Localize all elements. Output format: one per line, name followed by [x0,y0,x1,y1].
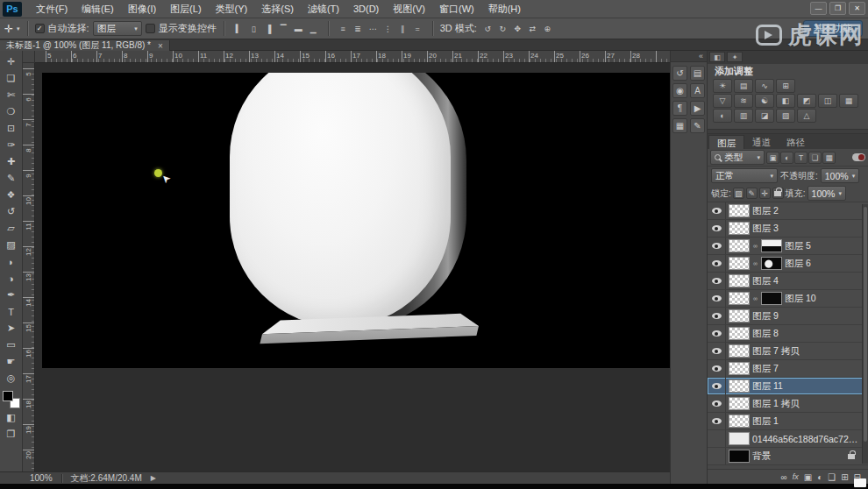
type-tool[interactable]: T [1,303,22,320]
photo-filter-icon[interactable]: ◩ [797,94,816,108]
zoom-level-field[interactable]: 100% [30,473,53,483]
filter-shape-layers-icon[interactable]: ❏ [808,152,822,164]
hand-tool[interactable]: ☛ [1,353,22,370]
tab-layers[interactable]: 图层 [708,135,744,149]
color-balance-icon[interactable]: ☯ [755,94,774,108]
channel-mixer-icon[interactable]: ◫ [818,94,837,108]
layer-row[interactable]: 图层 3 [708,220,868,237]
layer-row[interactable]: 图层 2 [708,202,868,220]
styles-panel-tab-icon[interactable]: ✦ [727,52,743,62]
menu-item[interactable]: 窗口(W) [432,0,481,18]
3d-rotate-icon[interactable]: ↺ [481,22,494,35]
levels-icon[interactable]: ▤ [734,79,753,93]
invert-icon[interactable]: ◐ [713,109,732,123]
link-layers-icon[interactable]: ∞ [781,472,787,482]
lasso-tool[interactable]: ✄ [1,87,22,103]
visibility-toggle[interactable] [708,290,726,307]
filter-toggle-switch[interactable] [852,153,865,161]
new-group-icon[interactable]: ❑ [828,472,836,482]
properties-panel-icon[interactable]: ▤ [690,66,705,81]
layer-row[interactable]: 图层 7 拷贝 [708,343,868,360]
align-left-edges-icon[interactable]: ▍ [232,22,245,35]
align-horizontal-centers-icon[interactable]: ▯ [247,22,260,35]
menu-item[interactable]: 帮助(H) [481,0,528,18]
filter-smart-objects-icon[interactable]: ▦ [822,152,836,164]
visibility-toggle[interactable] [708,395,726,412]
align-top-edges-icon[interactable]: ▔ [277,22,290,35]
auto-select-checkbox[interactable]: ✓ [35,24,45,33]
distribute-bottom-icon[interactable]: ⋯ [366,22,380,35]
layer-row[interactable]: ∞图层 5 [708,237,868,255]
layer-row[interactable]: 图层 1 拷贝 [708,395,868,413]
current-tool-icon[interactable]: ✛ [4,23,13,35]
exposure-icon[interactable]: ⊞ [776,79,795,93]
timeline-panel-icon[interactable]: ▦ [672,118,687,133]
curves-icon[interactable]: ∿ [755,79,774,93]
blur-tool[interactable]: ◗ [1,253,22,270]
menu-item[interactable]: 编辑(E) [75,0,121,18]
lock-pixels-icon[interactable]: ✎ [746,188,758,199]
menu-item[interactable]: 滤镜(T) [301,0,346,18]
opacity-dropdown[interactable]: 100%▾ [821,168,859,183]
menu-item[interactable]: 图像(I) [121,0,163,18]
scrollbar-thumb[interactable] [864,207,867,442]
actions-panel-icon[interactable]: ▶ [690,101,705,116]
layer-row[interactable]: 图层 8 [708,325,868,343]
menu-item[interactable]: 视图(V) [386,0,432,18]
hue-saturation-icon[interactable]: ≋ [734,94,753,108]
posterize-icon[interactable]: ▥ [734,109,753,123]
visibility-toggle[interactable] [708,202,726,219]
layer-row[interactable]: ∞图层 10 [708,290,868,308]
lock-all-icon[interactable] [772,188,784,199]
tab-close-icon[interactable]: × [158,41,163,51]
tab-channels[interactable]: 通道 [744,135,779,149]
visibility-toggle[interactable] [708,430,726,447]
menu-item[interactable]: 选择(S) [254,0,301,18]
new-adjustment-layer-icon[interactable]: ◐ [817,472,822,482]
document-canvas[interactable]: ➤ [42,73,670,368]
visibility-toggle[interactable] [708,308,726,324]
restore-button[interactable]: ❐ [829,2,846,15]
visibility-toggle[interactable] [708,343,726,359]
expand-panels-icon[interactable]: « [671,51,707,62]
document-tab[interactable]: 未标题-1 @ 100% (图层 11, RGB/8) * × [0,40,170,52]
menu-item[interactable]: 文件(F) [29,0,75,18]
layers-scrollbar[interactable] [862,204,868,464]
visibility-toggle[interactable] [708,360,726,377]
blend-mode-dropdown[interactable]: 正常▾ [711,168,778,183]
adjustments-panel-tab-icon[interactable]: ◧ [709,52,725,62]
horizontal-ruler[interactable]: 5678910111213141516171819202122232425262… [35,51,670,63]
canvas-area[interactable]: ➤ [35,63,670,471]
visibility-toggle[interactable] [708,413,726,429]
3d-scale-icon[interactable]: ⊕ [541,22,554,35]
distribute-horizontal-centers-icon[interactable]: ∥ [396,22,409,35]
crop-tool[interactable]: ⊡ [1,120,22,137]
layer-style-icon[interactable]: fx [793,472,799,481]
brightness-contrast-icon[interactable]: ☀ [713,79,732,93]
visibility-toggle[interactable] [708,378,726,394]
layer-row[interactable]: ∞图层 6 [708,255,868,273]
add-layer-mask-icon[interactable]: ▣ [804,472,812,482]
shape-tool[interactable]: ▭ [1,337,22,353]
gradient-tool[interactable]: ▨ [1,237,22,253]
vertical-ruler[interactable]: 567891011121314151617181920 [23,63,35,471]
threshold-icon[interactable]: ◪ [755,109,774,123]
3d-roll-icon[interactable]: ↻ [496,22,509,35]
fill-dropdown[interactable]: 100%▾ [808,186,846,201]
visibility-toggle[interactable] [708,255,726,272]
clone-stamp-tool[interactable]: ❖ [1,187,22,203]
brushes-panel-icon[interactable]: ✎ [690,118,705,133]
align-right-edges-icon[interactable]: ▐ [262,22,275,35]
color-lookup-icon[interactable]: ▦ [839,94,858,108]
gradient-map-icon[interactable]: ▨ [776,109,795,123]
character-panel-icon[interactable]: A [690,83,705,98]
move-tool[interactable]: ✛ [1,53,22,70]
paragraph-panel-icon[interactable]: ¶ [672,101,687,116]
layer-row[interactable]: 图层 9 [708,308,868,325]
workspace-button[interactable]: 基本功能 [803,20,863,37]
filter-type-layers-icon[interactable]: T [794,152,808,164]
brush-tool[interactable]: ✎ [1,170,22,187]
color-swatches[interactable] [2,390,21,409]
close-button[interactable]: ✕ [849,2,865,15]
visibility-toggle[interactable] [708,237,726,254]
